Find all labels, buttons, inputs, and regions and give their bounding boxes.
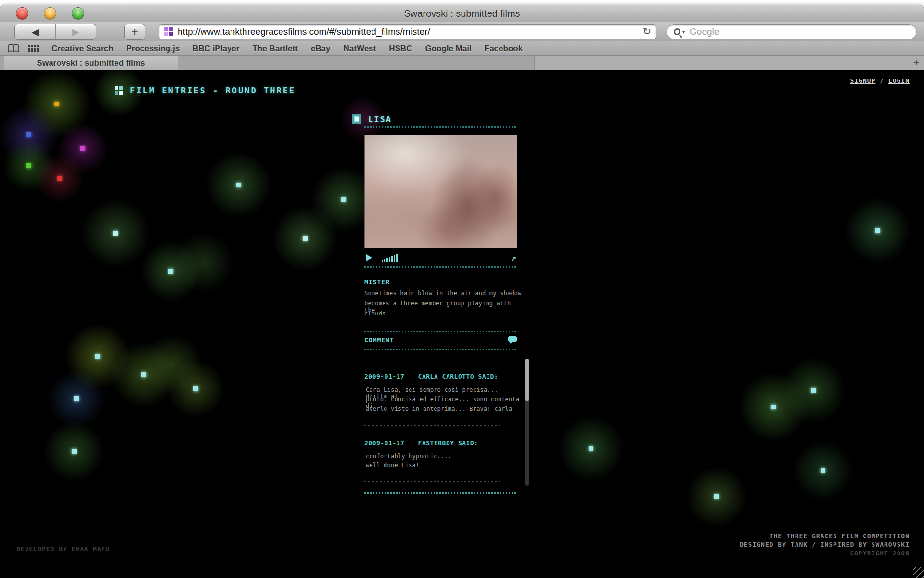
film-entry-dot[interactable] <box>589 446 593 451</box>
film-entry-dot[interactable] <box>714 494 719 499</box>
comment-text-line: confortably hypnotic.... <box>366 453 520 460</box>
bookmark-ebay[interactable]: eBay <box>311 44 331 53</box>
nav-buttons: ◀ ▶ <box>14 24 96 40</box>
video-player[interactable] <box>364 135 517 248</box>
auth-separator: / <box>875 77 888 84</box>
login-link[interactable]: LOGIN <box>888 77 910 84</box>
developed-by-credit: DEVELOPED BY EMAK MAFU <box>16 545 110 552</box>
page-heading-text: FILM ENTRIES - ROUND THREE <box>130 86 295 95</box>
comment-separator-dashed <box>364 425 500 426</box>
film-entry-dot[interactable] <box>26 132 31 137</box>
signup-link[interactable]: SIGNUP <box>850 77 875 84</box>
window-title: Swarovski : submitted films <box>0 8 924 19</box>
search-options-caret-icon[interactable]: ▾ <box>682 29 685 35</box>
titlebar[interactable]: Swarovski : submitted films <box>0 5 924 22</box>
bookmark-processing-js[interactable]: Processing.js <box>127 44 180 53</box>
film-entry-dot[interactable] <box>113 231 118 236</box>
credit-line: COPYRIGHT 2008 <box>740 549 910 558</box>
bookmark-natwest[interactable]: NatWest <box>344 44 376 53</box>
bookmark-google-mail[interactable]: Google Mail <box>425 44 471 53</box>
film-entry-dot[interactable] <box>236 183 241 187</box>
reload-icon[interactable]: ↻ <box>642 26 651 37</box>
tab-title: Swarovski : submitted films <box>37 58 145 68</box>
fullscreen-arrow-icon[interactable]: ↗ <box>511 252 516 263</box>
new-tab-button[interactable]: + <box>913 57 919 68</box>
comment-author: CARLA CARLOTTO SAID: <box>418 373 499 380</box>
page-content: SIGNUP / LOGIN FILM ENTRIES - ROUND THRE… <box>0 70 924 578</box>
film-entry-dot[interactable] <box>193 386 198 391</box>
window-resize-grip[interactable] <box>913 567 924 578</box>
film-description-line: clouds... <box>364 310 523 317</box>
site-favicon-icon <box>164 27 173 36</box>
comment-text-line: well done Lisa! <box>366 462 520 469</box>
bookmarks-bar: Creative Search Processing.js BBC iPlaye… <box>0 41 924 56</box>
credit-line: THE THREE GRACES FILM COMPETITION <box>740 532 910 540</box>
auth-links: SIGNUP / LOGIN <box>850 77 910 84</box>
browser-window: Swarovski : submitted films ◀ ▶ + http:/… <box>0 5 924 578</box>
film-entry-dot[interactable] <box>341 197 346 202</box>
tab-bar-empty-area <box>534 56 924 70</box>
comment-header: 2009-01-17|CARLA CARLOTTO SAID: <box>364 373 498 380</box>
film-entry-dot[interactable] <box>72 449 77 454</box>
search-input[interactable]: ▾ Google <box>667 24 917 39</box>
divider-dotted <box>364 349 517 350</box>
forward-button[interactable]: ▶ <box>55 24 96 39</box>
film-entry-dot[interactable] <box>303 236 308 241</box>
bookmark-hsbc[interactable]: HSBC <box>389 44 412 53</box>
address-bar[interactable]: http://www.tankthreegracesfilms.com/#/su… <box>159 24 656 39</box>
bookmark-items: Creative Search Processing.js BBC iPlaye… <box>51 44 523 53</box>
comments-scrollbar[interactable] <box>525 359 529 486</box>
film-entry-dot[interactable] <box>26 163 31 168</box>
film-entry-dot[interactable] <box>821 468 825 473</box>
film-entry-dot[interactable] <box>141 372 146 377</box>
divider-dotted <box>364 331 517 332</box>
video-still-image <box>364 135 517 248</box>
film-author-name: LISA <box>368 115 392 124</box>
comment-author: FASTERBOY SAID: <box>418 439 478 447</box>
page-heading: FILM ENTRIES - ROUND THREE <box>115 86 295 95</box>
site-credits: THE THREE GRACES FILM COMPETITION DESIGN… <box>740 532 910 558</box>
comment-bubble-icon[interactable] <box>508 336 517 342</box>
scrollbar-thumb[interactable] <box>525 359 529 401</box>
film-title: MISTER <box>364 278 390 286</box>
play-icon[interactable] <box>366 254 372 261</box>
film-entry-dot[interactable] <box>54 102 59 106</box>
film-entry-dot[interactable] <box>811 388 816 393</box>
film-dot-glow <box>90 70 148 120</box>
comment-text-line: averlo visto in anteprima... Brava! carl… <box>366 406 520 412</box>
collections-grid-icon[interactable] <box>28 45 39 52</box>
bookmarks-book-icon[interactable] <box>8 44 19 53</box>
film-entry-dot[interactable] <box>80 146 85 151</box>
url-text[interactable]: http://www.tankthreegracesfilms.com/#/su… <box>178 26 430 37</box>
comment-header-separator: | <box>404 373 418 380</box>
film-entry-dot[interactable] <box>57 176 62 181</box>
bookmark-facebook[interactable]: Facebook <box>485 44 523 53</box>
volume-bars-icon[interactable] <box>382 254 398 262</box>
bookmark-the-bartlett[interactable]: The Bartlett <box>252 44 297 53</box>
bookmark-creative-search[interactable]: Creative Search <box>51 44 114 53</box>
search-magnifier-icon <box>674 28 680 35</box>
divider-dotted <box>364 266 517 268</box>
comment-header-separator: | <box>404 439 418 447</box>
search-placeholder[interactable]: Google <box>690 26 719 37</box>
film-entry-dot[interactable] <box>95 354 100 359</box>
credit-line: DESIGNED BY TANK / INSPIRED BY SWAROVSKI <box>740 540 910 549</box>
comment-separator-dashed <box>364 481 500 482</box>
film-entry-dot[interactable] <box>771 405 776 409</box>
tab-swarovski-submitted-films[interactable]: Swarovski : submitted films <box>4 56 178 70</box>
film-dot-glow <box>18 70 95 143</box>
back-button[interactable]: ◀ <box>15 24 55 39</box>
film-dot-glow <box>169 228 238 297</box>
film-entry-dot[interactable] <box>74 396 79 401</box>
film-marker-icon[interactable] <box>352 114 361 124</box>
comment-header: 2009-01-17|FASTERBOY SAID: <box>364 439 478 447</box>
film-dot-glow <box>0 101 63 169</box>
bookmark-bbc-iplayer[interactable]: BBC iPlayer <box>192 44 239 53</box>
divider-dotted <box>364 126 517 128</box>
tab-bar: Swarovski : submitted films + <box>0 56 924 70</box>
comment-date: 2009-01-17 <box>364 439 404 447</box>
add-bookmark-button[interactable]: + <box>124 24 145 40</box>
player-controls: ↗ <box>364 253 517 263</box>
film-entry-dot[interactable] <box>168 269 173 274</box>
film-entry-dot[interactable] <box>875 228 880 233</box>
